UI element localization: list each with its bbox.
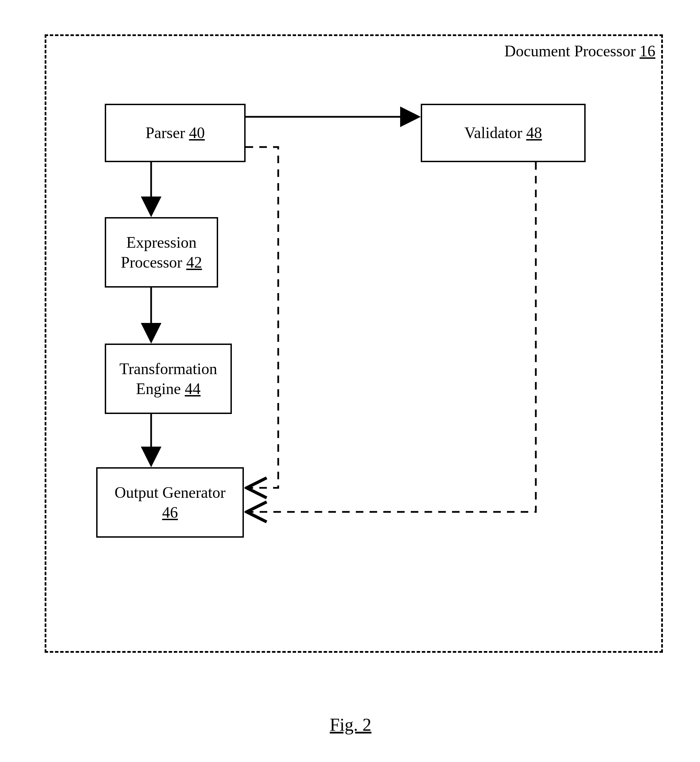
document-processor-label-text: Document Processor (505, 42, 639, 60)
diagram-canvas: Document Processor 16 Parser 40 Expressi… (0, 0, 700, 762)
expression-processor-line2-prefix: Processor (121, 253, 186, 271)
parser-box: Parser 40 (105, 104, 245, 162)
expression-processor-num: 42 (186, 253, 202, 271)
figure-label-text: Fig. 2 (330, 715, 371, 734)
validator-box: Validator 48 (421, 104, 586, 162)
transformation-engine-num: 44 (185, 380, 201, 397)
transformation-engine-box: Transformation Engine 44 (105, 344, 232, 414)
expression-processor-box: Expression Processor 42 (105, 217, 218, 288)
output-generator-box: Output Generator 46 (96, 467, 244, 538)
validator-num: 48 (526, 124, 542, 142)
expression-processor-line1: Expression (127, 234, 197, 251)
output-generator-num: 46 (162, 504, 178, 521)
output-generator-line1: Output Generator (114, 484, 225, 501)
parser-text: Parser (145, 124, 189, 142)
figure-label: Fig. 2 (330, 715, 371, 735)
transformation-engine-line1: Transformation (120, 360, 217, 377)
document-processor-label: Document Processor 16 (505, 42, 655, 60)
validator-text: Validator (464, 124, 526, 142)
document-processor-label-num: 16 (639, 42, 655, 60)
transformation-engine-line2-prefix: Engine (136, 380, 185, 397)
parser-num: 40 (189, 124, 205, 142)
